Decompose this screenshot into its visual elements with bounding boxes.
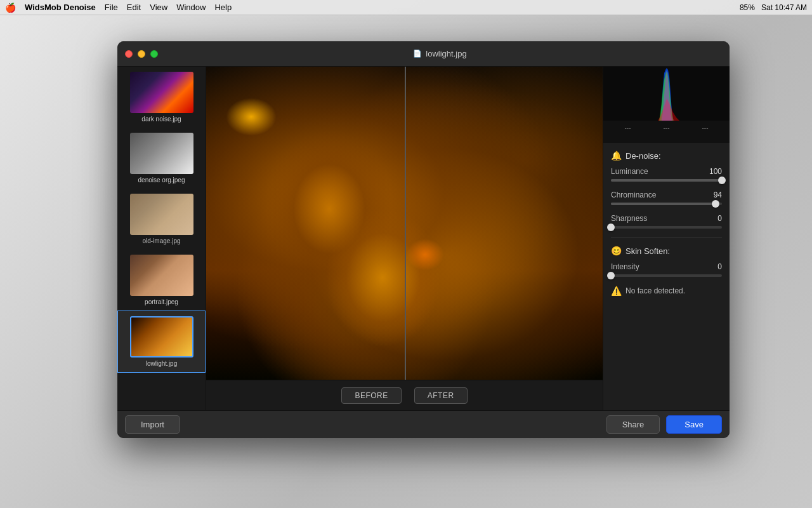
menu-window[interactable]: Window xyxy=(176,3,206,12)
thumbnail-old-image xyxy=(130,194,193,235)
sidebar-item-portrait[interactable]: portrait.jpeg xyxy=(117,250,206,311)
menubar-clock: Sat 10:47 AM xyxy=(761,3,807,12)
denoise-section-header: 🔔 De-noise: xyxy=(611,150,722,161)
sidebar-item-dark-noise[interactable]: dark noise.jpg xyxy=(117,67,206,128)
right-panel: --- --- --- 🔔 De-noise: Luminance 100 xyxy=(603,67,730,410)
before-image-panel xyxy=(206,67,405,380)
skin-soften-icon: 😊 xyxy=(611,246,622,256)
title-bar: 📄 lowlight.jpg xyxy=(117,41,730,67)
app-window: 📄 lowlight.jpg dark noise.jpg denoise or… xyxy=(117,41,730,438)
menu-help[interactable]: Help xyxy=(214,3,232,12)
histogram-canvas xyxy=(603,67,730,121)
sharpness-value: 0 xyxy=(717,214,722,223)
hist-stat-0: --- xyxy=(625,124,631,131)
intensity-value: 0 xyxy=(717,262,722,271)
sidebar-item-denoise-org[interactable]: denoise org.jpeg xyxy=(117,128,206,189)
save-button[interactable]: Save xyxy=(666,415,722,434)
window-title: lowlight.jpg xyxy=(426,49,466,58)
main-content: dark noise.jpg denoise org.jpeg old-imag… xyxy=(117,67,730,410)
warning-icon: ⚠️ xyxy=(611,286,622,296)
chrominance-slider-track[interactable] xyxy=(611,203,722,205)
sharpness-control: Sharpness 0 xyxy=(611,214,722,229)
sharpness-label-row: Sharpness 0 xyxy=(611,214,722,223)
skin-soften-label: Skin Soften: xyxy=(625,246,670,256)
no-face-warning: ⚠️ No face detected. xyxy=(611,286,722,296)
thumbnail-label-lowlight: lowlight.jpg xyxy=(146,360,177,367)
app-name[interactable]: WidsMob Denoise xyxy=(25,3,96,12)
import-button[interactable]: Import xyxy=(125,415,180,434)
chrominance-label: Chrominance xyxy=(611,190,656,199)
luminance-slider-track[interactable] xyxy=(611,179,722,182)
window-title-area: 📄 lowlight.jpg xyxy=(158,49,722,58)
luminance-value: 100 xyxy=(709,167,722,176)
chrominance-slider-thumb[interactable] xyxy=(712,200,719,208)
apple-menu[interactable]: 🍎 xyxy=(5,3,16,13)
hist-stat-2: --- xyxy=(702,124,709,131)
denoise-icon: 🔔 xyxy=(611,150,622,161)
minimize-button[interactable] xyxy=(138,50,145,58)
histogram-svg xyxy=(603,67,730,121)
before-button[interactable]: BEFORE xyxy=(341,387,401,404)
thumbnail-label-old-image: old-image.jpg xyxy=(142,237,180,244)
menubar: 🍎 WidsMob Denoise File Edit View Window … xyxy=(0,0,812,15)
hist-stat-1: --- xyxy=(664,124,670,131)
file-icon: 📄 xyxy=(413,50,422,58)
after-button[interactable]: AFTER xyxy=(414,387,468,404)
chrominance-label-row: Chrominance 94 xyxy=(611,190,722,199)
luminance-slider-thumb[interactable] xyxy=(718,177,726,184)
histogram: --- --- --- xyxy=(603,67,730,143)
right-buttons: Share Save xyxy=(606,415,722,434)
car-mirror-after xyxy=(405,67,603,380)
menu-file[interactable]: File xyxy=(105,3,118,12)
sharpness-label: Sharpness xyxy=(611,214,647,223)
traffic-lights xyxy=(125,50,158,58)
chrominance-control: Chrominance 94 xyxy=(611,190,722,205)
intensity-label: Intensity xyxy=(611,262,639,271)
sharpness-slider-thumb[interactable] xyxy=(607,224,615,231)
intensity-label-row: Intensity 0 xyxy=(611,262,722,271)
thumbnail-lowlight xyxy=(130,316,193,358)
thumbnail-label-denoise-org: denoise org.jpeg xyxy=(138,177,185,184)
chrominance-slider-fill xyxy=(611,203,716,205)
sidebar-item-old-image[interactable]: old-image.jpg xyxy=(117,189,206,250)
after-image-panel xyxy=(405,67,603,380)
luminance-label: Luminance xyxy=(611,167,648,176)
denoise-label: De-noise: xyxy=(625,151,661,161)
image-area: BEFORE AFTER xyxy=(206,67,603,410)
luminance-slider-fill xyxy=(611,179,722,182)
skin-soften-section-header: 😊 Skin Soften: xyxy=(611,246,722,256)
menubar-battery: 85% xyxy=(740,3,755,12)
luminance-control: Luminance 100 xyxy=(611,167,722,182)
thumbnail-label-dark-noise: dark noise.jpg xyxy=(141,116,181,123)
intensity-slider-thumb[interactable] xyxy=(607,272,615,279)
share-button[interactable]: Share xyxy=(606,415,660,434)
close-button[interactable] xyxy=(125,50,133,58)
menu-edit[interactable]: Edit xyxy=(127,3,141,12)
svg-marker-4 xyxy=(659,70,674,121)
thumbnail-denoise-org xyxy=(130,133,193,174)
luminance-label-row: Luminance 100 xyxy=(611,167,722,176)
controls-panel: 🔔 De-noise: Luminance 100 xyxy=(603,143,730,410)
image-canvas xyxy=(206,67,603,380)
sharpness-slider-track[interactable] xyxy=(611,226,722,229)
maximize-button[interactable] xyxy=(150,50,158,58)
bottom-toolbar: Import Share Save xyxy=(117,410,730,438)
histogram-stats: --- --- --- xyxy=(603,121,730,135)
car-mirror-before xyxy=(206,67,405,380)
sidebar-item-lowlight[interactable]: lowlight.jpg xyxy=(117,311,206,373)
menu-view[interactable]: View xyxy=(150,3,167,12)
intensity-slider-track[interactable] xyxy=(611,274,722,277)
thumbnail-label-portrait: portrait.jpeg xyxy=(145,298,178,305)
thumbnail-portrait xyxy=(130,255,193,296)
intensity-control: Intensity 0 xyxy=(611,262,722,277)
chrominance-value: 94 xyxy=(714,190,722,199)
sidebar: dark noise.jpg denoise org.jpeg old-imag… xyxy=(117,67,206,410)
warning-text: No face detected. xyxy=(625,286,685,295)
thumbnail-dark-noise xyxy=(130,72,193,113)
image-bottom-bar: BEFORE AFTER xyxy=(206,380,603,410)
section-divider xyxy=(611,237,722,238)
